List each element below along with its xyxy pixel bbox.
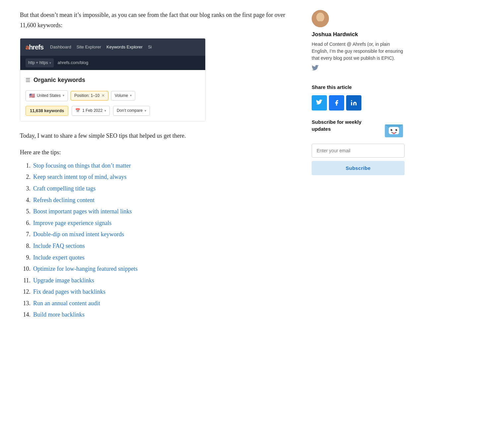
ahrefs-widget: ahrefs Dashboard Site Explorer Keywords …	[20, 38, 206, 121]
tip-link[interactable]: Include FAQ sections	[33, 241, 85, 251]
tip-link[interactable]: Keep search intent top of mind, always	[33, 172, 126, 182]
facebook-share-button[interactable]	[329, 95, 344, 110]
tip-link[interactable]: Double-dip on mixed intent keywords	[33, 229, 124, 240]
author-avatar-svg	[312, 10, 329, 27]
svg-point-3	[351, 100, 352, 101]
date-chevron-icon: ▾	[104, 108, 106, 113]
protocol-badge: http + https ▾	[26, 58, 54, 67]
tip-number: 4.	[20, 195, 31, 205]
tip-link[interactable]: Refresh declining content	[33, 195, 94, 205]
tip-number: 2.	[20, 172, 31, 182]
body-paragraph: Today, I want to share a few simple SEO …	[20, 131, 292, 141]
linkedin-share-icon	[350, 100, 357, 106]
list-item: 5.Boost important pages with internal li…	[20, 206, 292, 217]
nav-dashboard[interactable]: Dashboard	[50, 44, 71, 51]
list-item: 1.Stop focusing on things that don’t mat…	[20, 161, 292, 171]
svg-point-1	[316, 13, 324, 22]
author-avatar	[312, 10, 329, 27]
list-item: 8.Include FAQ sections	[20, 241, 292, 251]
hamburger-icon: ☰	[26, 76, 30, 85]
share-title: Share this article	[312, 83, 405, 91]
main-content: But that doesn’t mean it’s impossible, a…	[20, 10, 292, 330]
position-filter[interactable]: Position: 1–10 ✕	[71, 91, 108, 101]
organic-keywords-title: Organic keywords	[33, 75, 85, 85]
tip-link[interactable]: Upgrade image backlinks	[33, 275, 94, 286]
tip-number: 12.	[20, 287, 31, 297]
author-bio: Head of Content @ Ahrefs (or, in plain E…	[312, 41, 405, 62]
tip-link[interactable]: Fix dead pages with backlinks	[33, 287, 105, 297]
list-item: 9.Include expert quotes	[20, 253, 292, 263]
calendar-icon: 📅	[75, 108, 80, 114]
tip-number: 13.	[20, 298, 31, 309]
envelope-icon	[383, 118, 405, 140]
list-item: 4.Refresh declining content	[20, 195, 292, 205]
subscribe-title: Subscribe for weekly updates	[312, 118, 381, 132]
list-item: 14.Build more backlinks	[20, 310, 292, 320]
country-chevron-icon: ▾	[63, 93, 64, 98]
author-section: Joshua Hardwick Head of Content @ Ahrefs…	[312, 10, 405, 75]
tip-number: 6.	[20, 218, 31, 228]
subscribe-button[interactable]: Subscribe	[312, 161, 405, 175]
protocol-chevron-icon: ▾	[49, 60, 51, 66]
volume-filter[interactable]: Volume ▾	[111, 91, 135, 101]
country-filter[interactable]: 🇺🇸 United States ▾	[26, 90, 68, 101]
author-avatar-inner	[312, 10, 329, 27]
compare-chevron-icon: ▾	[145, 108, 146, 113]
ahrefs-body: ☰ Organic keywords 🇺🇸 United States ▾ Po…	[20, 70, 205, 121]
subscribe-section: Subscribe for weekly updates	[312, 118, 405, 175]
tongue	[393, 132, 395, 134]
tip-link[interactable]: Boost important pages with internal link…	[33, 206, 132, 217]
tip-link[interactable]: Optimize for low-hanging featured snippe…	[33, 264, 138, 274]
tip-number: 3.	[20, 183, 31, 194]
nav-more[interactable]: Si	[148, 44, 152, 51]
tip-link[interactable]: Include expert quotes	[33, 253, 85, 263]
linkedin-share-button[interactable]	[346, 95, 361, 110]
share-buttons	[312, 95, 405, 110]
ahrefs-url-bar: http + https ▾ ahrefs.com/blog	[20, 56, 205, 70]
list-item: 11.Upgrade image backlinks	[20, 275, 292, 286]
tip-number: 5.	[20, 206, 31, 217]
organic-keywords-header: ☰ Organic keywords	[26, 75, 200, 85]
data-row: 11,638 keywords 📅 1 Feb 2022 ▾ Don’t com…	[26, 106, 200, 116]
list-item: 13.Run an annual content audit	[20, 298, 292, 309]
position-close-icon[interactable]: ✕	[101, 93, 105, 99]
ahrefs-navbar: ahrefs Dashboard Site Explorer Keywords …	[20, 38, 205, 56]
page-wrapper: But that doesn’t mean it’s impossible, a…	[0, 0, 504, 340]
right-eye-highlight	[397, 129, 397, 130]
twitter-share-button[interactable]	[312, 95, 327, 110]
twitter-share-icon	[316, 100, 323, 106]
date-filter[interactable]: 📅 1 Feb 2022 ▾	[72, 106, 110, 115]
tip-link[interactable]: Craft compelling title tags	[33, 183, 95, 194]
sidebar: Joshua Hardwick Head of Content @ Ahrefs…	[312, 10, 405, 330]
share-section: Share this article	[312, 83, 405, 110]
list-item: 7.Double-dip on mixed intent keywords	[20, 229, 292, 240]
tip-number: 7.	[20, 229, 31, 240]
ahrefs-logo: ahrefs	[26, 42, 43, 52]
tip-number: 10.	[20, 264, 31, 274]
filters-row: 🇺🇸 United States ▾ Position: 1–10 ✕ Volu…	[26, 90, 200, 101]
nav-keywords-explorer[interactable]: Keywords Explorer	[106, 44, 143, 51]
twitter-icon	[312, 65, 319, 72]
volume-chevron-icon: ▾	[130, 93, 132, 98]
tip-link[interactable]: Stop focusing on things that don’t matte…	[33, 161, 131, 171]
tip-number: 8.	[20, 241, 31, 251]
author-name: Joshua Hardwick	[312, 30, 405, 39]
list-item: 12.Fix dead pages with backlinks	[20, 287, 292, 297]
tip-link[interactable]: Improve page experience signals	[33, 218, 111, 228]
tip-number: 14.	[20, 310, 31, 320]
subscribe-header: Subscribe for weekly updates	[312, 118, 405, 140]
list-item: 2.Keep search intent top of mind, always	[20, 172, 292, 182]
tip-link[interactable]: Run an annual content audit	[33, 298, 100, 309]
compare-filter[interactable]: Don’t compare ▾	[113, 106, 150, 115]
ahrefs-nav-links: Dashboard Site Explorer Keywords Explore…	[50, 44, 152, 51]
twitter-link[interactable]	[312, 65, 319, 72]
tips-list: 1.Stop focusing on things that don’t mat…	[20, 161, 292, 320]
list-item: 10.Optimize for low-hanging featured sni…	[20, 264, 292, 274]
facebook-share-icon	[333, 100, 340, 106]
email-input[interactable]	[312, 144, 405, 158]
tips-intro: Here are the tips:	[20, 148, 292, 157]
url-display: ahrefs.com/blog	[58, 59, 89, 66]
nav-site-explorer[interactable]: Site Explorer	[77, 44, 101, 51]
tip-number: 9.	[20, 253, 31, 263]
tip-link[interactable]: Build more backlinks	[33, 310, 85, 320]
